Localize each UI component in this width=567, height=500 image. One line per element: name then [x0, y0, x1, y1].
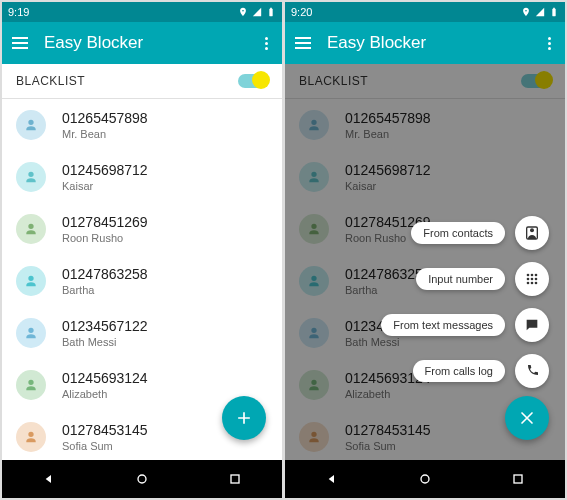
app-bar: Easy Blocker [2, 22, 282, 64]
location-icon [238, 7, 248, 17]
speed-dial-item[interactable]: From contacts [411, 216, 549, 250]
avatar-icon [16, 318, 46, 348]
list-item[interactable]: 01265457898Mr. Bean [2, 99, 282, 151]
more-icon[interactable] [261, 33, 272, 54]
fab-add[interactable] [222, 396, 266, 440]
contact-name: Roon Rusho [62, 232, 148, 244]
list-item[interactable]: 01247863258Bartha [2, 255, 282, 307]
svg-point-4 [527, 274, 530, 277]
contact-name: Kaisar [62, 180, 148, 192]
nav-bar [2, 460, 282, 498]
dialpad-icon[interactable] [515, 262, 549, 296]
contact-name: Bartha [62, 284, 148, 296]
avatar-icon [16, 266, 46, 296]
contact-text: 01278451269Roon Rusho [62, 214, 148, 244]
contact-number: 01234567122 [62, 318, 148, 334]
battery-icon [266, 7, 276, 17]
phone-screen-right: 9:20 Easy Blocker BLACKLIST 01265457898M… [285, 2, 565, 498]
contact-number: 01245693124 [62, 370, 148, 386]
svg-point-0 [138, 475, 146, 483]
list-item[interactable]: 01245698712Kaisar [2, 151, 282, 203]
svg-point-6 [535, 274, 538, 277]
contact-text: 01265457898Mr. Bean [62, 110, 148, 140]
contact-number: 01247863258 [62, 266, 148, 282]
speed-dial-item[interactable]: From calls log [413, 354, 549, 388]
list-item[interactable]: 01234567122Bath Messi [2, 307, 282, 359]
status-bar: 9:20 [285, 2, 565, 22]
contact-name: Mr. Bean [62, 128, 148, 140]
svg-point-13 [421, 475, 429, 483]
status-icons [238, 7, 276, 17]
nav-bar [285, 460, 565, 498]
plus-icon [234, 408, 254, 428]
speed-dial-label: From contacts [411, 222, 505, 244]
app-title: Easy Blocker [327, 33, 544, 53]
nav-back-icon[interactable] [41, 471, 57, 487]
contact-name: Bath Messi [62, 336, 148, 348]
contact-number: 01278453145 [62, 422, 148, 438]
speed-dial-label: From calls log [413, 360, 505, 382]
svg-point-11 [531, 282, 534, 285]
contact-text: 01245693124Alizabeth [62, 370, 148, 400]
menu-icon[interactable] [295, 37, 311, 49]
fab-close[interactable] [505, 396, 549, 440]
menu-icon[interactable] [12, 37, 28, 49]
call-icon[interactable] [515, 354, 549, 388]
list-item[interactable]: 01278451269Roon Rusho [2, 203, 282, 255]
contact-number: 01278451269 [62, 214, 148, 230]
contact-name: Alizabeth [62, 388, 148, 400]
close-icon [517, 408, 537, 428]
avatar-icon [16, 422, 46, 452]
nav-recent-icon[interactable] [227, 471, 243, 487]
contact-text: 01234567122Bath Messi [62, 318, 148, 348]
svg-point-8 [531, 278, 534, 281]
contact-number: 01265457898 [62, 110, 148, 126]
phone-screen-left: 9:19 Easy Blocker BLACKLIST 01265457898M… [2, 2, 282, 498]
more-icon[interactable] [544, 33, 555, 54]
avatar-icon [16, 162, 46, 192]
svg-point-5 [531, 274, 534, 277]
nav-home-icon[interactable] [417, 471, 433, 487]
svg-point-7 [527, 278, 530, 281]
svg-rect-14 [514, 475, 522, 483]
speed-dial-item[interactable]: Input number [416, 262, 549, 296]
speed-dial-item[interactable]: From text messages [381, 308, 549, 342]
nav-back-icon[interactable] [324, 471, 340, 487]
svg-point-9 [535, 278, 538, 281]
battery-icon [549, 7, 559, 17]
location-icon [521, 7, 531, 17]
contact-text: 01278453145Sofia Sum [62, 422, 148, 452]
status-bar: 9:19 [2, 2, 282, 22]
svg-rect-1 [231, 475, 239, 483]
contact-number: 01245698712 [62, 162, 148, 178]
svg-point-2 [530, 228, 534, 232]
status-time: 9:20 [291, 6, 312, 18]
app-bar: Easy Blocker [285, 22, 565, 64]
avatar-icon [16, 214, 46, 244]
message-icon[interactable] [515, 308, 549, 342]
status-icons [521, 7, 559, 17]
blacklist-toggle[interactable] [238, 74, 268, 88]
nav-recent-icon[interactable] [510, 471, 526, 487]
contact-name: Sofia Sum [62, 440, 148, 452]
speed-dial-label: From text messages [381, 314, 505, 336]
contact-text: 01247863258Bartha [62, 266, 148, 296]
section-label: BLACKLIST [16, 74, 85, 88]
contact-icon[interactable] [515, 216, 549, 250]
signal-icon [252, 7, 262, 17]
svg-point-12 [535, 282, 538, 285]
svg-point-10 [527, 282, 530, 285]
speed-dial-label: Input number [416, 268, 505, 290]
nav-home-icon[interactable] [134, 471, 150, 487]
contact-text: 01245698712Kaisar [62, 162, 148, 192]
avatar-icon [16, 370, 46, 400]
signal-icon [535, 7, 545, 17]
app-title: Easy Blocker [44, 33, 261, 53]
status-time: 9:19 [8, 6, 29, 18]
section-header: BLACKLIST [2, 64, 282, 98]
speed-dial-menu: From contactsInput numberFrom text messa… [381, 216, 549, 388]
avatar-icon [16, 110, 46, 140]
